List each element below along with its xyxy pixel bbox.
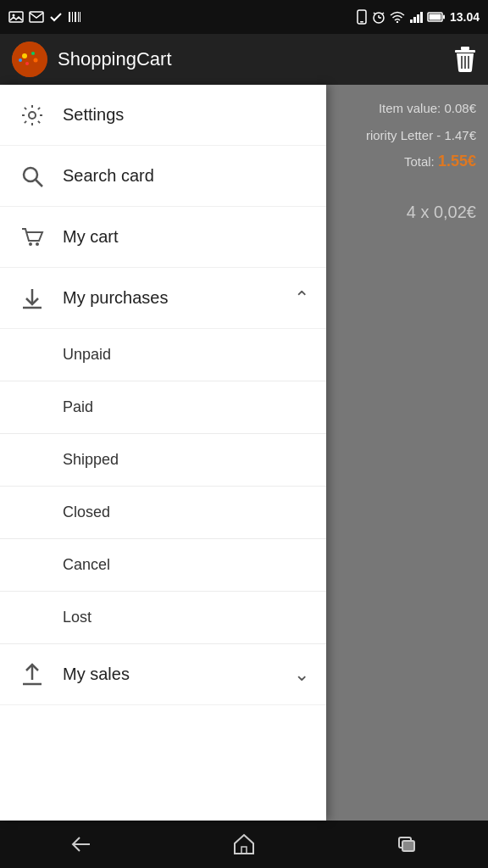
submenu-item-cancel[interactable]: Cancel bbox=[0, 539, 326, 592]
svg-rect-45 bbox=[241, 847, 247, 854]
priority-letter-line: riority Letter - 1.47€ bbox=[338, 125, 476, 146]
svg-point-38 bbox=[36, 242, 39, 246]
chevron-up-icon: ⌃ bbox=[294, 287, 309, 309]
svg-point-25 bbox=[31, 52, 35, 55]
paid-label: Paid bbox=[63, 398, 93, 416]
svg-rect-30 bbox=[455, 50, 475, 53]
app-title: ShoppingCart bbox=[58, 48, 172, 70]
status-icons-left bbox=[8, 11, 81, 23]
recent-apps-button[interactable] bbox=[381, 827, 432, 861]
unpaid-label: Unpaid bbox=[63, 346, 111, 364]
settings-label: Settings bbox=[63, 105, 309, 125]
gmail-icon bbox=[29, 11, 44, 23]
svg-point-23 bbox=[12, 42, 47, 77]
svg-rect-3 bbox=[69, 12, 70, 22]
total-value: 1.55€ bbox=[438, 153, 476, 170]
svg-marker-44 bbox=[235, 835, 253, 854]
my-purchases-label: My purchases bbox=[63, 288, 294, 308]
sidebar-item-my-sales[interactable]: My sales ⌄ bbox=[0, 644, 326, 705]
signal-icon bbox=[409, 11, 423, 23]
svg-rect-9 bbox=[360, 21, 363, 23]
submenu-item-lost[interactable]: Lost bbox=[0, 592, 326, 644]
home-button[interactable] bbox=[219, 827, 269, 861]
avatar bbox=[12, 42, 47, 77]
total-line: Total: 1.55€ bbox=[338, 153, 476, 170]
gear-icon bbox=[17, 100, 47, 131]
svg-rect-7 bbox=[80, 12, 80, 22]
item-value-line: Item value: 0.08€ bbox=[338, 98, 476, 119]
quantity-display: 4 x 0,02€ bbox=[338, 203, 476, 222]
upload-icon bbox=[17, 659, 47, 690]
alarm-icon bbox=[372, 10, 385, 24]
svg-point-28 bbox=[19, 58, 22, 62]
bottom-navigation bbox=[0, 821, 488, 868]
content-area: Settings Search card My cart bbox=[0, 85, 488, 821]
image-icon bbox=[8, 11, 24, 23]
svg-rect-5 bbox=[75, 12, 76, 22]
cancel-label: Cancel bbox=[63, 556, 110, 574]
sidebar-item-search-card[interactable]: Search card bbox=[0, 146, 326, 207]
download-icon bbox=[17, 283, 47, 314]
cart-icon bbox=[17, 222, 47, 253]
wifi-icon bbox=[390, 11, 405, 23]
submenu-item-unpaid[interactable]: Unpaid bbox=[0, 329, 326, 381]
total-label: Total: bbox=[404, 154, 435, 169]
svg-rect-4 bbox=[72, 12, 73, 22]
clock: 13.04 bbox=[450, 10, 480, 24]
svg-line-14 bbox=[381, 13, 384, 14]
svg-rect-18 bbox=[417, 14, 419, 23]
svg-line-36 bbox=[36, 180, 42, 186]
shipped-label: Shipped bbox=[63, 451, 119, 469]
svg-rect-21 bbox=[443, 15, 445, 19]
lost-label: Lost bbox=[63, 609, 92, 626]
svg-point-15 bbox=[396, 21, 398, 23]
app-bar-left: ShoppingCart bbox=[12, 42, 172, 77]
svg-point-24 bbox=[22, 53, 27, 58]
phone-icon bbox=[356, 9, 368, 25]
sidebar-item-settings[interactable]: Settings bbox=[0, 85, 326, 146]
svg-rect-16 bbox=[410, 19, 413, 23]
submenu-item-paid[interactable]: Paid bbox=[0, 381, 326, 434]
svg-point-27 bbox=[25, 62, 29, 65]
navigation-drawer: Settings Search card My cart bbox=[0, 85, 326, 821]
svg-rect-47 bbox=[402, 841, 414, 851]
svg-line-13 bbox=[374, 13, 376, 14]
app-bar: ShoppingCart bbox=[0, 34, 488, 85]
right-panel: Item value: 0.08€ riority Letter - 1.47€… bbox=[326, 85, 488, 821]
svg-point-34 bbox=[29, 112, 36, 119]
svg-rect-2 bbox=[30, 12, 43, 22]
delete-button[interactable] bbox=[454, 47, 476, 72]
svg-rect-19 bbox=[420, 12, 423, 23]
my-cart-label: My cart bbox=[63, 227, 309, 247]
my-sales-label: My sales bbox=[63, 665, 294, 684]
svg-point-37 bbox=[29, 242, 32, 246]
back-button[interactable] bbox=[56, 827, 107, 861]
check-icon bbox=[49, 11, 63, 23]
sidebar-item-my-cart[interactable]: My cart bbox=[0, 207, 326, 268]
search-card-label: Search card bbox=[63, 166, 309, 186]
submenu-item-closed[interactable]: Closed bbox=[0, 487, 326, 539]
svg-rect-17 bbox=[413, 17, 416, 23]
chevron-down-icon: ⌄ bbox=[294, 664, 309, 686]
svg-point-26 bbox=[34, 58, 38, 63]
sidebar-item-my-purchases[interactable]: My purchases ⌃ bbox=[0, 268, 326, 329]
svg-rect-29 bbox=[461, 47, 469, 50]
svg-rect-22 bbox=[429, 14, 441, 20]
battery-icon bbox=[427, 12, 446, 22]
closed-label: Closed bbox=[63, 504, 110, 521]
submenu-item-shipped[interactable]: Shipped bbox=[0, 434, 326, 487]
status-icons-right: 13.04 bbox=[356, 9, 480, 25]
search-icon bbox=[17, 161, 47, 192]
svg-point-35 bbox=[24, 168, 37, 181]
svg-rect-6 bbox=[78, 12, 79, 22]
status-bar: 13.04 bbox=[0, 0, 488, 34]
barcode-icon bbox=[68, 11, 81, 23]
svg-rect-0 bbox=[9, 12, 23, 22]
